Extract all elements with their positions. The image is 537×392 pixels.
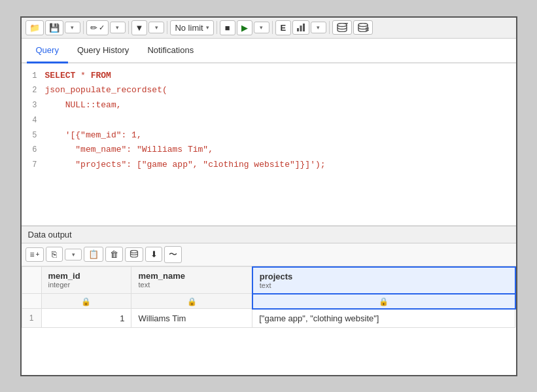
save-button[interactable]: 💾 xyxy=(45,20,63,35)
folder-button[interactable]: 📁 xyxy=(26,20,44,35)
toolbar-separator-1 xyxy=(83,21,84,34)
copy-dropdown-button[interactable]: ▾ xyxy=(65,249,82,260)
run-dropdown-button[interactable]: ▾ xyxy=(254,22,269,33)
lock-mem_id-cell: 🔒 xyxy=(41,294,131,309)
graph-button[interactable]: 〜 xyxy=(164,246,182,263)
lock-projects-icon: 🔒 xyxy=(379,297,389,306)
edit-dropdown-button[interactable]: ▾ xyxy=(110,22,126,33)
stop-button[interactable]: ■ xyxy=(220,20,235,35)
svg-point-9 xyxy=(131,250,138,253)
lock-projects-cell: 🔒 xyxy=(252,294,515,309)
code-line-5: 5 '[{"mem_id": 1, xyxy=(22,128,516,143)
save-data-icon xyxy=(130,250,139,259)
toolbar-separator-2 xyxy=(128,21,129,34)
limit-caret: ▾ xyxy=(206,24,209,31)
col-header-mem_name[interactable]: mem_name text xyxy=(131,267,252,294)
copy-button[interactable]: ⎘ xyxy=(46,247,63,262)
mem_name-cell[interactable]: Williams Tim xyxy=(131,309,252,328)
svg-rect-0 xyxy=(297,28,299,31)
code-line-6: 6 "mem_name": "Williams Tim", xyxy=(22,143,516,158)
db2-button[interactable] xyxy=(353,20,373,35)
tab-query[interactable]: Query xyxy=(27,39,68,63)
mem_id-cell[interactable]: 1 xyxy=(41,309,131,328)
toolbar-separator-3 xyxy=(167,21,167,34)
db2-icon xyxy=(357,23,369,32)
col-header-projects[interactable]: projects text xyxy=(252,267,515,294)
code-line-7: 7 "projects": ["game app", "clothing web… xyxy=(22,158,516,173)
limit-label: No limit xyxy=(175,23,203,33)
main-toolbar: 📁 💾 ▾ ✏ ✓ ▾ ▼ ▾ No limit ▾ ■ ▶ ▾ E ▾ xyxy=(22,18,516,39)
lock-row-num-cell xyxy=(22,294,41,309)
data-table: mem_id integer mem_name text projects te… xyxy=(22,266,516,328)
download-button[interactable]: ⬇ xyxy=(145,247,162,262)
svg-point-6 xyxy=(358,24,368,27)
tab-query-history[interactable]: Query History xyxy=(68,39,138,63)
svg-rect-2 xyxy=(303,24,305,31)
run-button[interactable]: ▶ xyxy=(237,20,252,35)
code-line-2: 2 json_populate_recordset( xyxy=(22,83,516,98)
data-table-container: mem_id integer mem_name text projects te… xyxy=(22,266,516,375)
toolbar-separator-4 xyxy=(217,21,217,34)
col-header-mem_id[interactable]: mem_id integer xyxy=(41,267,131,294)
lock-mem_name-cell: 🔒 xyxy=(131,294,252,309)
main-window: 📁 💾 ▾ ✏ ✓ ▾ ▼ ▾ No limit ▾ ■ ▶ ▾ E ▾ xyxy=(20,16,517,376)
paste-button[interactable]: 📋 xyxy=(84,247,103,262)
explain-button[interactable]: E xyxy=(275,20,291,35)
db1-icon xyxy=(336,23,348,32)
chart-button[interactable] xyxy=(292,20,309,35)
save-data-button[interactable] xyxy=(125,247,143,262)
tab-notifications[interactable]: Notifications xyxy=(138,39,203,63)
data-toolbar: ≡+ ⎘ ▾ 📋 🗑 ⬇ 〜 xyxy=(22,243,516,266)
projects-cell[interactable]: ["game app", "clothing website"] xyxy=(252,309,515,328)
save-dropdown-button[interactable]: ▾ xyxy=(65,22,80,33)
filter-dropdown-button[interactable]: ▾ xyxy=(148,22,164,33)
code-line-4: 4 xyxy=(22,113,516,128)
filter-button[interactable]: ▼ xyxy=(131,20,148,35)
lock-mem_id-icon: 🔒 xyxy=(81,297,91,306)
edit-button[interactable]: ✏ ✓ xyxy=(86,20,109,35)
row-num-header xyxy=(22,267,41,294)
chart-dropdown-button[interactable]: ▾ xyxy=(311,22,326,33)
db1-button[interactable] xyxy=(332,20,352,35)
code-line-3: 3 NULL::team, xyxy=(22,98,516,113)
toolbar-separator-6 xyxy=(329,21,330,34)
toolbar-separator-5 xyxy=(272,21,273,34)
lock-mem_name-icon: 🔒 xyxy=(187,297,197,306)
row-num-cell: 1 xyxy=(22,309,41,328)
chart-icon xyxy=(296,23,305,32)
delete-button[interactable]: 🗑 xyxy=(105,247,123,262)
data-output-label: Data output xyxy=(22,226,516,243)
code-line-1: 1 SELECT * FROM xyxy=(22,69,516,84)
query-tabs: Query Query History Notifications xyxy=(22,39,516,63)
code-editor[interactable]: 1 SELECT * FROM 2 json_populate_recordse… xyxy=(22,63,516,226)
table-row: 1 1 Williams Tim ["game app", "clothing … xyxy=(22,309,515,328)
svg-rect-1 xyxy=(300,26,302,31)
limit-dropdown[interactable]: No limit ▾ xyxy=(170,20,213,35)
add-row-button[interactable]: ≡+ xyxy=(26,247,44,262)
